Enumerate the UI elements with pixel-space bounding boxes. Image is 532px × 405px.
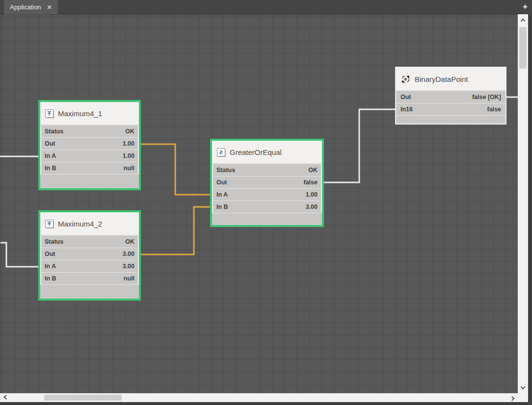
slot-row-in-a[interactable]: In A1.00 [212, 189, 322, 201]
node-header[interactable]: ≥GreaterOrEqual [212, 141, 322, 164]
horizontal-scrollbar[interactable] [0, 393, 518, 402]
node-title: BinaryDataPoint [415, 75, 468, 83]
slot-label: Status [216, 167, 235, 174]
scrollbar-corner [518, 393, 528, 402]
slot-label: In B [45, 275, 56, 282]
node-header[interactable]: BBinaryDataPoint [396, 68, 505, 91]
node-title: Maximum4_2 [58, 220, 102, 228]
scroll-right-button[interactable] [507, 393, 517, 402]
node-title: GreaterOrEqual [230, 148, 282, 156]
slot-value: 1.00 [123, 140, 134, 147]
slot-value: false [487, 106, 502, 113]
slot-row-out[interactable]: Outfalse [OK] [396, 91, 505, 103]
slot-row-status[interactable]: StatusOK [40, 236, 139, 248]
horizontal-scrollbar-thumb[interactable] [44, 395, 122, 401]
slot-label: Status [45, 128, 63, 135]
chevron-left-icon [3, 395, 8, 400]
slot-label: In A [216, 191, 228, 198]
chevron-down-icon [521, 384, 526, 389]
vertical-scrollbar[interactable] [518, 14, 528, 393]
node-footer [396, 116, 505, 124]
node-binarydatapoint[interactable]: BBinaryDataPointOutfalse [OK]In16false [395, 67, 506, 125]
slot-value: 1.00 [306, 191, 318, 198]
slot-value: 3.00 [123, 263, 134, 270]
wiresheet-canvas[interactable]: Maximum4_1StatusOKOut1.00In A1.00In Bnul… [0, 14, 518, 393]
slot-value: null [124, 275, 134, 282]
slot-label: Out [45, 251, 55, 257]
slot-value: false [304, 179, 318, 186]
node-maximum4_1[interactable]: Maximum4_1StatusOKOut1.00In A1.00In Bnul… [38, 100, 141, 190]
slot-label: In A [45, 152, 56, 159]
slot-row-status[interactable]: StatusOK [40, 126, 139, 138]
node-header[interactable]: Maximum4_2 [40, 212, 139, 236]
wiresheet-window: Application ✕ + Maximum4_1StatusOKOut1.0… [0, 0, 532, 405]
slot-row-status[interactable]: StatusOK [212, 164, 322, 177]
binary-data-point-icon: B [401, 75, 410, 84]
node-footer [212, 213, 322, 225]
slot-row-in-b[interactable]: In B3.00 [212, 201, 322, 213]
slot-label: Out [400, 94, 411, 101]
node-footer [40, 285, 139, 299]
slot-value: OK [308, 167, 318, 174]
slot-value: 3.00 [123, 251, 134, 257]
chevron-up-icon [521, 18, 526, 23]
slot-row-out[interactable]: Outfalse [212, 177, 322, 189]
slot-label: In B [216, 203, 228, 210]
slot-row-in-b[interactable]: In Bnull [40, 162, 139, 175]
slot-value: OK [125, 128, 134, 135]
slot-label: In16 [400, 106, 413, 113]
slot-value: OK [125, 238, 134, 245]
tab-label: Application [10, 3, 41, 11]
slot-row-in-a[interactable]: In A3.00 [40, 260, 139, 273]
slot-label: In B [45, 165, 56, 172]
wire-maximum4_1-out-to-gte-ina[interactable] [140, 144, 211, 195]
slot-label: Out [216, 179, 227, 186]
close-icon[interactable]: ✕ [47, 4, 52, 10]
slot-value: false [OK] [472, 94, 501, 101]
slot-row-out[interactable]: Out1.00 [40, 138, 139, 150]
tab-application[interactable]: Application ✕ [4, 0, 58, 14]
wire-gte-out-to-binarydatapoint-in16[interactable] [323, 109, 396, 182]
slot-label: In A [45, 263, 56, 270]
maximum-icon [45, 109, 53, 118]
vertical-scrollbar-thumb[interactable] [519, 27, 527, 69]
tab-bar: Application ✕ + [0, 0, 532, 14]
svg-text:B: B [404, 77, 407, 81]
maximum-icon [45, 220, 53, 228]
node-footer [40, 175, 139, 188]
slot-label: Status [45, 238, 63, 245]
slot-value: null [124, 165, 134, 172]
node-greaterorequal[interactable]: ≥GreaterOrEqualStatusOKOutfalseIn A1.00I… [210, 139, 324, 227]
node-header[interactable]: Maximum4_1 [40, 102, 139, 126]
slot-label: Out [45, 140, 55, 147]
slot-row-in16[interactable]: In16false [396, 103, 505, 116]
slot-value: 1.00 [123, 152, 134, 159]
slot-row-out[interactable]: Out3.00 [40, 248, 139, 260]
wire-maximum4_2-out-to-gte-inb[interactable] [140, 207, 211, 254]
chevron-right-icon [509, 396, 514, 401]
slot-value: 3.00 [306, 203, 318, 210]
greater-or-equal-icon: ≥ [217, 148, 225, 156]
scroll-up-button[interactable] [518, 15, 528, 25]
scroll-left-button[interactable] [1, 393, 11, 402]
slot-row-in-a[interactable]: In A1.00 [40, 150, 139, 162]
scroll-down-button[interactable] [518, 382, 528, 392]
add-tab-button[interactable]: + [523, 1, 528, 12]
slot-row-in-b[interactable]: In Bnull [40, 273, 139, 285]
wire-offsheet-to-maximum4_2-ina[interactable] [0, 243, 39, 267]
node-title: Maximum4_1 [58, 109, 102, 118]
node-maximum4_2[interactable]: Maximum4_2StatusOKOut3.00In A3.00In Bnul… [38, 210, 141, 301]
